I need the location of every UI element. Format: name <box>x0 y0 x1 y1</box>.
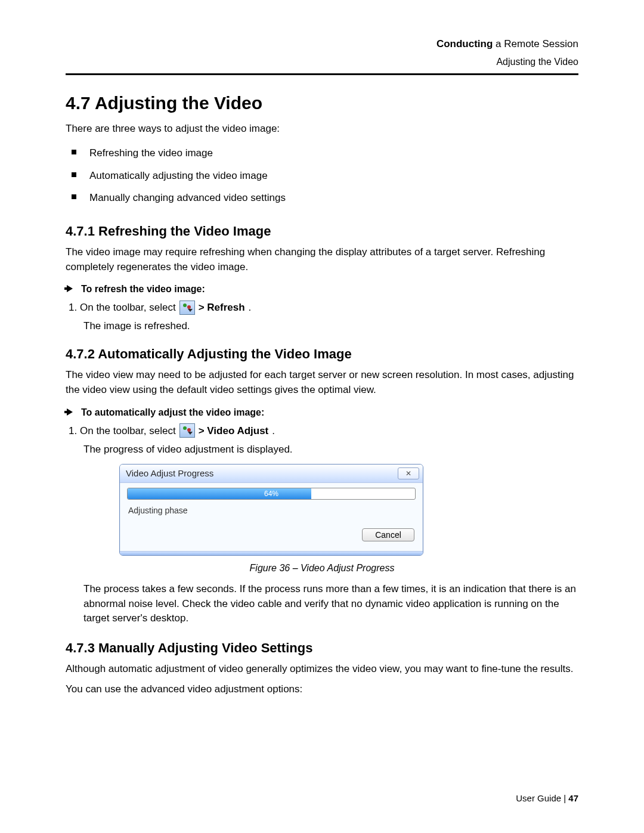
instr-title-refresh: To refresh the video image: <box>66 284 578 295</box>
dialog-body: 64% Adjusting phase Cancel <box>120 483 423 551</box>
dialog-status: Adjusting phase <box>128 506 414 515</box>
followup-4-7-2: The process takes a few seconds. If the … <box>83 582 578 626</box>
steps-auto: On the toolbar, select > Video Adjust. <box>66 423 578 439</box>
dialog-actions: Cancel <box>127 528 416 544</box>
figure-caption: Figure 36 – Video Adjust Progress <box>66 563 578 574</box>
dialog-title: Video Adjust Progress <box>126 468 213 478</box>
video-adjust-dialog: Video Adjust Progress ✕ 64% Adjusting ph… <box>119 464 423 556</box>
bullet-item: Manually changing advanced video setting… <box>66 187 578 209</box>
step-text-dot: . <box>272 423 275 439</box>
figure-36: Video Adjust Progress ✕ 64% Adjusting ph… <box>119 464 423 556</box>
step-result-refresh: The image is refreshed. <box>83 320 578 332</box>
para1-4-7-3: Although automatic adjustment of video g… <box>66 662 578 677</box>
step-item: On the toolbar, select > Video Adjust. <box>80 423 578 439</box>
heading-4-7: 4.7 Adjusting the Video <box>66 93 578 113</box>
footer-label: User Guide | <box>516 793 568 803</box>
progress-label: 64% <box>128 488 415 499</box>
heading-4-7-3: 4.7.3 Manually Adjusting Video Settings <box>66 640 578 656</box>
running-header: Conducting a Remote Session Adjusting th… <box>66 36 578 70</box>
dialog-titlebar: Video Adjust Progress ✕ <box>120 465 423 483</box>
dialog-bottom-edge <box>120 551 423 555</box>
intro-4-7: There are three ways to adjust the video… <box>66 122 578 137</box>
footer: User Guide | 47 <box>516 793 578 803</box>
bullet-item: Automatically adjusting the video image <box>66 165 578 187</box>
settings-dropdown-icon <box>179 301 195 315</box>
close-button[interactable]: ✕ <box>398 467 419 479</box>
steps-refresh: On the toolbar, select > Refresh. <box>66 299 578 315</box>
progress-bar: 64% <box>127 488 416 500</box>
header-rule <box>66 73 578 75</box>
header-crumb-bold: Conducting <box>436 38 493 49</box>
para-4-7-2: The video view may need to be adjusted f… <box>66 368 578 397</box>
cancel-button[interactable]: Cancel <box>362 528 414 541</box>
step-text-dot: . <box>249 299 252 315</box>
header-sub: Adjusting the Video <box>66 54 578 70</box>
heading-4-7-2: 4.7.2 Automatically Adjusting the Video … <box>66 346 578 362</box>
instr-title-auto: To automatically adjust the video image: <box>66 407 578 418</box>
settings-dropdown-icon <box>179 423 195 438</box>
step-text-post: > Video Adjust <box>199 423 269 439</box>
step-text-post: > Refresh <box>199 299 245 315</box>
step-item: On the toolbar, select > Refresh. <box>80 299 578 315</box>
header-crumb-rest: a Remote Session <box>493 38 578 49</box>
bullet-item: Refreshing the video image <box>66 142 578 165</box>
heading-4-7-1: 4.7.1 Refreshing the Video Image <box>66 224 578 239</box>
para2-4-7-3: You can use the advanced video adjustmen… <box>66 682 578 697</box>
para-4-7-1: The video image may require refreshing w… <box>66 245 578 274</box>
step-text-pre: On the toolbar, select <box>80 299 176 315</box>
page-number: 47 <box>568 793 578 803</box>
step-text-pre: On the toolbar, select <box>80 423 176 439</box>
bullet-list-4-7: Refreshing the video image Automatically… <box>66 142 578 209</box>
page: Conducting a Remote Session Adjusting th… <box>0 0 644 833</box>
step-result-auto: The progress of video adjustment is disp… <box>83 444 578 456</box>
